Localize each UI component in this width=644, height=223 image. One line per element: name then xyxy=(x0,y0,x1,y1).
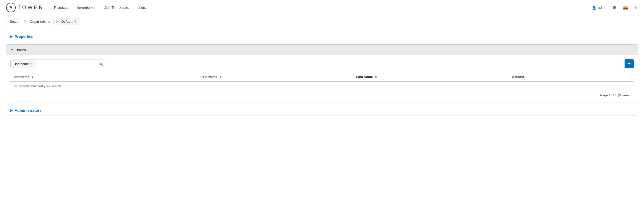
search-filter-dropdown[interactable]: Username ▾ xyxy=(10,60,35,68)
signout-icon[interactable]: ⎆ xyxy=(633,4,638,11)
col-firstname[interactable]: First Name ⇕ xyxy=(197,72,353,81)
table-body: No records matched your search. xyxy=(10,81,634,91)
administrators-toggle: ▶ xyxy=(10,109,13,112)
users-section: ▼ Users Username ▾ 🔍 + xyxy=(6,44,638,102)
properties-toggle: ▶ xyxy=(10,35,13,38)
main-content: ▶ Properties ▼ Users Username ▾ 🔍 + xyxy=(0,28,644,121)
add-user-button[interactable]: + xyxy=(625,59,634,68)
pagination-info: Page 1 of 1 (0 items) xyxy=(10,91,634,98)
user-icon: 👤 xyxy=(592,6,596,10)
username-label: admin xyxy=(598,6,607,10)
nav-jobs[interactable]: Jobs xyxy=(138,5,146,10)
search-input-wrapper: 🔍 xyxy=(35,60,105,68)
breadcrumb: Setup ❯ Organizations ❯ Default ❯ xyxy=(0,15,644,28)
logo-letter: A xyxy=(9,5,12,10)
app-logo: A TOWER xyxy=(6,3,44,12)
users-section-body: Username ▾ 🔍 + Username ▲ xyxy=(6,55,638,102)
breadcrumb-organizations[interactable]: Organizations xyxy=(26,18,54,25)
search-bar: Username ▾ 🔍 + xyxy=(10,59,634,68)
administrators-section-header[interactable]: ▶ Administrators xyxy=(6,105,638,116)
breadcrumb-end-chevron: ❯ xyxy=(74,20,76,23)
logo-circle: A xyxy=(6,3,16,12)
users-table: Username ▲ First Name ⇕ Last Name ⇕ Ac xyxy=(10,72,634,91)
table-empty-row: No records matched your search. xyxy=(10,81,634,91)
search-input[interactable] xyxy=(35,60,105,68)
administrators-title: Administrators xyxy=(15,108,42,113)
administrators-section: ▶ Administrators xyxy=(6,105,638,116)
settings-icon[interactable]: ⚙ xyxy=(611,4,618,11)
properties-section: ▶ Properties xyxy=(6,31,638,42)
table-header: Username ▲ First Name ⇕ Last Name ⇕ Ac xyxy=(10,72,634,81)
breadcrumb-setup[interactable]: Setup xyxy=(6,18,22,25)
breadcrumb-sep-2: ❯ xyxy=(55,20,58,23)
users-title: Users xyxy=(15,48,26,52)
empty-message: No records matched your search. xyxy=(10,81,634,91)
logo-text: TOWER xyxy=(18,5,44,10)
nav-projects[interactable]: Projects xyxy=(54,5,68,10)
monitor-icon[interactable]: 📻 xyxy=(622,4,629,11)
breadcrumb-sep-1: ❯ xyxy=(24,20,26,23)
lastname-sort-icon: ⇕ xyxy=(375,75,377,79)
users-toggle: ▼ xyxy=(10,48,13,52)
top-navigation: A TOWER Projects Inventories Job Templat… xyxy=(0,0,644,15)
breadcrumb-default[interactable]: Default ❯ xyxy=(58,18,80,25)
firstname-sort-icon: ⇕ xyxy=(219,75,222,79)
nav-links: Projects Inventories Job Templates Jobs xyxy=(54,5,592,10)
users-section-header[interactable]: ▼ Users xyxy=(6,45,638,55)
col-username[interactable]: Username ▲ xyxy=(10,72,197,81)
nav-inventories[interactable]: Inventories xyxy=(77,5,95,10)
filter-dropdown-arrow: ▾ xyxy=(30,63,32,65)
nav-user: 👤 admin xyxy=(592,6,607,10)
properties-section-header[interactable]: ▶ Properties xyxy=(6,31,638,42)
col-lastname[interactable]: Last Name ⇕ xyxy=(353,72,509,81)
username-sort-icon: ▲ xyxy=(31,75,34,78)
add-icon: + xyxy=(628,61,631,67)
filter-label: Username xyxy=(14,62,29,66)
search-submit-button[interactable]: 🔍 xyxy=(98,62,103,66)
properties-title: Properties xyxy=(15,34,33,39)
nav-job-templates[interactable]: Job Templates xyxy=(104,5,129,10)
nav-right: 👤 admin ⚙ 📻 ⎆ xyxy=(592,4,638,11)
col-actions: Actions xyxy=(509,72,634,81)
